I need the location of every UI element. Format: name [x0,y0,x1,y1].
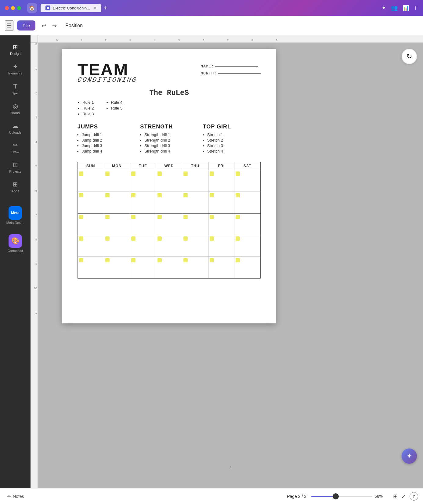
sidebar-item-cartoonist-label: Cartoonist [8,249,23,253]
undo-button[interactable]: ↩ [39,21,49,30]
active-tab[interactable]: Electric Conditionin... ✕ [41,4,101,12]
date-dot [157,236,162,241]
ai-regenerate-button[interactable]: ↻ [402,49,417,64]
cal-row-1 [78,170,260,192]
jump-1: Jump drill 1 [82,132,135,137]
help-button[interactable]: ? [410,492,418,501]
add-people-button[interactable]: 👥 [390,3,399,13]
date-dot [236,193,240,197]
conditioning-text: CONDITIONING [77,76,138,84]
new-tab-button[interactable]: + [103,3,109,13]
draw-icon: ✏ [13,142,18,149]
zoom-slider[interactable] [311,496,372,497]
apps-icon: ⊞ [13,181,18,188]
minimize-button[interactable] [11,6,15,10]
ruler-h-0: 0 [56,39,58,42]
redo-button[interactable]: ↪ [50,21,59,30]
strength-3: Strength drill 3 [144,143,198,148]
cal-cell-4-7 [234,235,260,257]
date-dot [210,215,214,219]
ruler-h-6: 6 [203,39,204,42]
sidebar-item-elements[interactable]: ✦ Elements [2,60,28,78]
cal-cell-5-4 [156,257,183,278]
grid-view-button[interactable]: ⊞ [392,492,399,501]
date-dot [236,236,240,241]
rules-section: The RuLeS Rule 1 Rule 2 Rule 3 [78,89,261,117]
cal-cell-3-5 [182,214,208,235]
meta-logo: Meta [9,206,22,220]
month-label: MONTH: [201,71,217,76]
document-canvas[interactable]: TEAM TEAM CONDITIONING NAME: [62,49,276,323]
cal-cell-5-7 [234,257,260,278]
sidebar-item-apps-label: Apps [11,189,19,193]
cal-row-4 [78,235,260,257]
ruler-v-6: 6 [35,189,37,214]
cal-cell-4-1 [78,235,104,257]
topgirl-list: Stretch 1 Stretch 2 Stretch 3 Stretch 4 [203,132,261,153]
notes-button[interactable]: ✏ Notes [5,493,27,500]
doc-header: TEAM TEAM CONDITIONING NAME: [78,61,261,84]
sidebar-item-design[interactable]: ⊞ Design [2,40,28,59]
team-title-wrapper: TEAM TEAM [78,61,137,78]
date-dot [183,258,188,262]
ruler-v-3: 3 [35,116,37,140]
date-dot [131,258,136,262]
sidebar-item-text[interactable]: T Text [2,79,28,98]
zoom-fill [311,496,336,497]
ai-regenerate-icon: ↻ [407,52,412,60]
cal-cell-4-2 [104,235,130,257]
fullscreen-button[interactable]: ⤢ [400,492,407,501]
cal-header-wed: WED [156,162,183,170]
canvas-scroll[interactable]: ↻ TEAM TEAM CONDITIONING [38,43,423,488]
date-dot [105,215,110,219]
rule-3: Rule 3 [82,112,94,116]
stretch-3: Stretch 3 [207,143,261,148]
magic-design-button[interactable]: ✦ [380,3,387,13]
strength-col: STReNGTH Strength drill 1 Strength drill… [140,124,198,154]
date-dot [131,236,136,241]
strength-list: Strength drill 1 Strength drill 2 Streng… [140,132,198,153]
cal-header-sun: SUN [78,162,104,170]
date-dot [79,258,83,262]
name-label: NAME: [201,64,214,69]
canvas-area: 0 1 2 3 4 5 6 7 8 9 0 1 2 3 4 [31,35,423,488]
ruler-h-8: 8 [251,39,253,42]
stretch-1: Stretch 1 [207,132,261,137]
cal-cell-1-3 [130,170,156,192]
date-dot [105,171,110,176]
cal-cell-4-3 [130,235,156,257]
cal-cell-2-2 [104,192,130,213]
zoom-handle[interactable] [333,493,339,499]
date-dot [79,193,83,197]
maximize-button[interactable] [17,6,21,10]
zoom-control: 58% [311,494,387,499]
doc-title-area: TEAM TEAM CONDITIONING [78,61,137,84]
rules-list-left: Rule 1 Rule 2 Rule 3 [78,100,94,116]
date-dot [183,193,188,197]
sidebar-item-uploads[interactable]: ☁ Uploads [2,119,28,137]
close-button[interactable] [5,6,9,10]
magic-button[interactable]: ✦ [402,448,417,464]
share-button[interactable]: ↑ [413,3,418,13]
cal-cell-3-1 [78,214,104,235]
sidebar-item-apps[interactable]: ⊞ Apps [2,178,28,196]
analytics-button[interactable]: 📊 [401,3,410,13]
tab-close-icon[interactable]: ✕ [94,6,96,10]
jump-2: Jump drill 2 [82,138,135,142]
sidebar-item-meta[interactable]: Meta Meta Desi... [2,203,28,228]
zoom-level: 58% [375,494,387,499]
ruler-corner [31,35,38,43]
sidebar-item-brand[interactable]: ◎ Brand [2,99,28,118]
main-area: ⊞ Design ✦ Elements T Text ◎ Brand ☁ Upl… [0,35,423,488]
menu-button[interactable]: ☰ [5,20,13,31]
brand-icon: ◎ [13,103,18,110]
cal-cell-5-5 [182,257,208,278]
ruler-v-5: 5 [35,165,37,189]
sidebar-item-cartoonist[interactable]: 🎨 Cartoonist [2,231,28,256]
sidebar-item-draw[interactable]: ✏ Draw [2,139,28,157]
sidebar-item-draw-label: Draw [11,150,19,154]
home-button[interactable]: 🏠 [27,3,37,13]
file-button[interactable]: File [17,20,35,31]
sidebar-item-projects[interactable]: ⊡ Projects [2,158,28,176]
titlebar: 🏠 Electric Conditionin... ✕ + ✦ 👥 📊 ↑ [0,0,423,16]
